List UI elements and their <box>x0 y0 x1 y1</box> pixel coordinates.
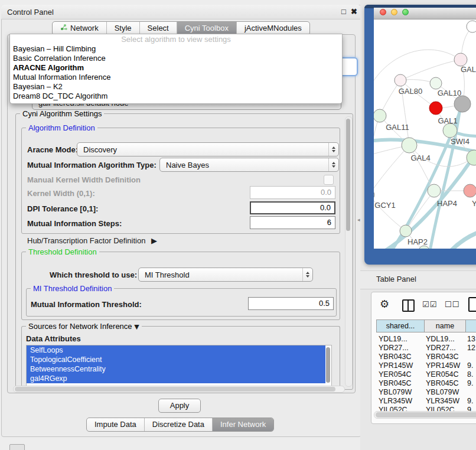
algorithm-option-selected[interactable]: ARACNE Algorithm <box>10 63 342 73</box>
cyni-settings-group-title: Cyni Algorithm Settings <box>20 109 104 118</box>
node-gal10[interactable] <box>430 77 442 89</box>
node-label: GAL1 <box>438 116 457 125</box>
expander-down-icon: ▼ <box>134 323 139 331</box>
tab-impute-data[interactable]: Impute Data <box>87 418 145 431</box>
which-threshold-combo[interactable]: MI Threshold <box>138 268 313 282</box>
algorithm-option[interactable]: Bayesian – Hill Climbing <box>10 44 342 54</box>
deselect-all-checks-icon[interactable]: ☐☐ <box>445 300 459 309</box>
column-header-name[interactable]: name <box>424 319 466 332</box>
node-label: GAL10 <box>438 89 461 97</box>
sources-group-title[interactable]: Sources for Network Inference ▼ <box>26 322 142 331</box>
mi-steps-label: Mutual Information Steps: <box>27 219 122 228</box>
algorithm-option[interactable]: Bayesian – K2 <box>10 82 342 92</box>
algorithm-option[interactable]: Mutual Information Inference <box>10 73 342 82</box>
network-canvas[interactable]: GAL GAL80 GAL10 GAL1 GAL11 SWI4 GAL4 GCY… <box>374 19 476 249</box>
edge <box>451 230 476 249</box>
kernel-width-field[interactable]: 0.0 <box>250 186 335 199</box>
close-traffic-light[interactable] <box>380 9 386 15</box>
attribute-item[interactable]: gal4RGexp <box>27 374 325 383</box>
node-gal[interactable] <box>454 53 467 66</box>
attribute-item[interactable]: TopologicalCoefficient <box>27 355 325 364</box>
node-gcy1[interactable] <box>374 190 374 200</box>
cell: YDL19... <box>426 335 455 343</box>
aracne-mode-combo[interactable]: Discovery <box>77 142 339 156</box>
column-header-shared-name[interactable]: shared... <box>376 319 425 332</box>
hub-factor-expander-label: Hub/Transcription Factor Definition <box>27 236 145 245</box>
maximize-traffic-light[interactable] <box>402 9 409 15</box>
table-row[interactable]: YER054C YER054C 8. <box>371 370 476 379</box>
select-all-checks-icon[interactable]: ☑☑ <box>422 300 437 309</box>
tab-infer-network[interactable]: Infer Network <box>213 418 273 431</box>
tab-cyni-toolbox[interactable]: Cyni Toolbox <box>177 22 237 35</box>
minimized-panel-icon[interactable] <box>9 444 25 450</box>
minimize-traffic-light[interactable] <box>391 9 397 15</box>
cell: 8. <box>467 370 473 379</box>
node-gal4[interactable] <box>402 138 417 153</box>
new-table-icon[interactable] <box>468 297 476 312</box>
tab-impute-data-label: Impute Data <box>94 418 136 431</box>
close-window-icon[interactable]: ✖ <box>351 7 357 16</box>
algorithm-option[interactable]: Dream8 DC_TDC Algorithm <box>10 92 342 101</box>
tab-select[interactable]: Select <box>140 22 177 35</box>
split-columns-icon[interactable] <box>402 299 415 312</box>
table-row[interactable]: YBR043C YBR043C <box>371 353 476 361</box>
mi-algorithm-type-combo[interactable]: Naive Bayes <box>159 158 339 172</box>
column-header-partial[interactable] <box>465 319 476 332</box>
cell: YBR045C <box>426 379 459 387</box>
table-row[interactable]: YDR27... YDR27... 12 <box>371 344 476 353</box>
float-window-icon[interactable]: □ <box>341 7 346 16</box>
hub-factor-expander[interactable]: Hub/Transcription Factor Definition ▶ <box>27 236 157 245</box>
gear-icon[interactable]: ⚙ <box>380 298 389 310</box>
tab-jactivemnodules[interactable]: jActiveMNodules <box>237 22 309 35</box>
attribute-item[interactable]: BetweennessCentrality <box>27 364 325 374</box>
manual-kernel-checkbox[interactable] <box>324 175 334 185</box>
node-hap2[interactable] <box>400 225 412 237</box>
cell: YBL079W <box>426 388 459 396</box>
table-hscrollbar[interactable] <box>374 411 476 419</box>
mi-threshold-group-title: MI Threshold Definition <box>31 284 114 293</box>
tab-discretize-data[interactable]: Discretize Data <box>145 418 213 431</box>
table-row[interactable]: YBL079W YBL079W <box>371 388 476 397</box>
kernel-width-label: Kernel Width (0,1): <box>27 189 95 198</box>
node-label: GAL80 <box>399 87 422 96</box>
sources-group-title-label: Sources for Network Inference <box>28 322 132 331</box>
tab-network[interactable]: Network <box>53 22 107 35</box>
tab-cyni-toolbox-label: Cyni Toolbox <box>185 22 229 35</box>
expander-right-icon: ▶ <box>151 236 157 245</box>
table-row[interactable]: YDL19... YDL19... 13 <box>371 335 476 344</box>
node-hap4[interactable] <box>428 184 441 197</box>
network-graph-icon <box>60 22 67 35</box>
node-green[interactable] <box>443 123 457 138</box>
network-window-titlebar[interactable] <box>374 8 476 19</box>
dpi-tolerance-field[interactable]: 0.0 <box>250 201 335 214</box>
settings-scrollbar-thumb[interactable] <box>346 119 350 231</box>
attributes-scrollbar-thumb[interactable] <box>326 347 330 383</box>
cell: YLR345W <box>379 397 412 405</box>
node-salmon[interactable] <box>464 184 476 197</box>
tab-style[interactable]: Style <box>107 22 140 35</box>
apply-button[interactable]: Apply <box>158 399 201 413</box>
node[interactable] <box>467 21 476 32</box>
cell: YER054C <box>426 370 459 379</box>
node-gal80[interactable] <box>395 74 406 86</box>
table-row[interactable]: YBR045C YBR045C 9. <box>371 379 476 388</box>
table-hscrollbar-thumb[interactable] <box>376 412 476 418</box>
node-gal1-red[interactable] <box>429 102 442 115</box>
settings-hscrollbar-thumb[interactable] <box>15 387 335 392</box>
settings-scrollbar[interactable] <box>345 116 353 387</box>
algorithm-option[interactable]: Basic Correlation Inference <box>10 54 342 63</box>
tab-infer-network-label: Infer Network <box>220 418 266 431</box>
node-gray[interactable] <box>454 96 471 112</box>
cell: YBR043C <box>379 353 412 361</box>
divider-collapse-icon[interactable]: ◂ <box>357 217 360 223</box>
node-gal11[interactable] <box>374 109 386 122</box>
mi-steps-field[interactable]: 6 <box>250 216 335 229</box>
tab-network-label: Network <box>70 22 99 35</box>
table-row[interactable]: YPR145W YPR145W 9. <box>371 361 476 370</box>
attribute-item[interactable]: SelfLoops <box>27 345 325 355</box>
settings-hscrollbar[interactable] <box>13 386 345 393</box>
node-label: SWI4 <box>451 137 470 146</box>
mi-threshold-field[interactable]: 0.5 <box>248 297 334 310</box>
aracne-mode-value: Discovery <box>77 145 328 154</box>
table-row[interactable]: YLR345W YLR345W 9. <box>371 397 476 406</box>
